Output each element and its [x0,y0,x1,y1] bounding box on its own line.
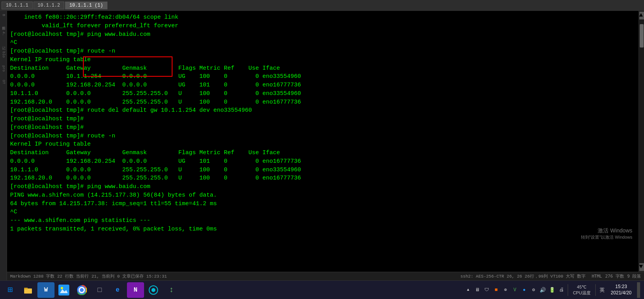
left-panel: B 加粗 4. 记 blo pro OT [0,11,7,280]
svg-point-10 [151,288,155,292]
tray-notifications[interactable]: 🖨 [558,286,565,294]
editor-words: 276 字数 [605,273,624,279]
sidebar-item-4: 4. [2,32,5,36]
status-right-text: ssh2: AES-256-CTR 26, 26 26行，99列 VT100 大… [461,273,586,279]
sidebar-item-ot: OT [2,80,5,84]
photos-button[interactable] [55,282,72,298]
clock-separator [595,284,596,296]
tab-2[interactable]: 10.1.1.2 [33,2,65,9]
tray-app2[interactable]: ⊕ [501,286,509,294]
cpu-temp: 45℃ [577,284,586,290]
tray-network[interactable]: 🖥 [473,286,481,294]
main-area: B 加粗 4. 记 blo pro OT ✕ ▲ ▼ inet6 fe80::2… [0,11,644,280]
tray-separator [568,284,568,296]
scroll-down-arrow[interactable]: ▼ [639,263,644,271]
scroll-up-arrow[interactable]: ▲ [639,12,644,19]
scroll-thumb[interactable] [640,24,644,47]
editor-mode: HTML [592,274,602,279]
cpu-temp-area: 45℃ CPU温度 [570,284,593,295]
app5-button[interactable]: □ [91,282,108,298]
onenote-button[interactable]: N [127,282,144,298]
svg-point-8 [80,288,84,292]
sidebar-item-blo: blo [2,51,5,58]
word-button[interactable]: W [37,282,55,298]
app9-button[interactable]: ↕ [163,282,180,298]
cpu-label: CPU温度 [573,290,590,295]
tray-app5[interactable]: ⚙ [530,286,537,294]
tray-volume[interactable]: 🔊 [539,286,547,294]
svg-rect-3 [58,285,69,295]
tray-battery[interactable]: 🔋 [548,286,556,294]
svg-rect-2 [24,288,28,289]
tabs-bar: 10.1.1.1 10.1.1.2 10.1.1.1 (1) [0,0,644,11]
status-bar: Markdown 1288 字数 22 行数 当前行 21, 当前列 0 文章已… [7,272,644,280]
terminal-body[interactable]: inet6 fe80::20c:29ff:fea2:db04/64 scope … [7,11,644,272]
tray-expand[interactable]: ▲ [464,286,472,294]
show-desktop-button[interactable] [637,282,640,298]
tab-1[interactable]: 10.1.1.1 [2,2,33,9]
scrollbar[interactable]: ▲ ▼ [639,11,644,272]
clock-time: 15:23 [615,284,627,290]
clock-area[interactable]: 15:23 2021/4/20 [608,284,635,296]
tab-3[interactable]: 10.1.1.1 (1) [65,2,107,9]
sidebar-item-b[interactable]: B [2,14,5,16]
taskbar: ⊞ W □ e N ↕ [0,280,644,299]
status-left-text: Markdown 1288 字数 22 行数 当前行 21, 当前列 0 文章已… [10,273,167,279]
activate-line2: 转到"设置"以激活 Windows [581,234,633,241]
svg-point-5 [61,287,63,289]
taskbar-tray: ▲ 🖥 🛡 ■ ⊕ V ● ⚙ 🔊 🔋 🖨 45℃ CPU温度 英 15:23 … [464,282,642,298]
tray-app4[interactable]: ● [520,286,528,294]
language-indicator[interactable]: 英 [598,287,606,294]
sidebar-item-pro: pro [2,65,5,72]
chrome-button[interactable] [73,282,90,298]
tray-app1[interactable]: ■ [492,286,500,294]
editor-segments: 9 段落 [627,273,641,279]
terminal-content: inet6 fe80::20c:29ff:fea2:db04/64 scope … [10,13,641,234]
tray-security[interactable]: 🛡 [483,286,491,294]
terminal-window: ✕ ▲ ▼ inet6 fe80::20c:29ff:fea2:db04/64 … [7,11,644,280]
clock-date: 2021/4/20 [611,290,632,296]
tray-app3[interactable]: V [511,286,519,294]
ie-button[interactable]: e [109,282,126,298]
file-explorer-button[interactable] [19,282,37,298]
start-button[interactable]: ⊞ [2,282,19,298]
app8-button[interactable] [145,282,162,298]
